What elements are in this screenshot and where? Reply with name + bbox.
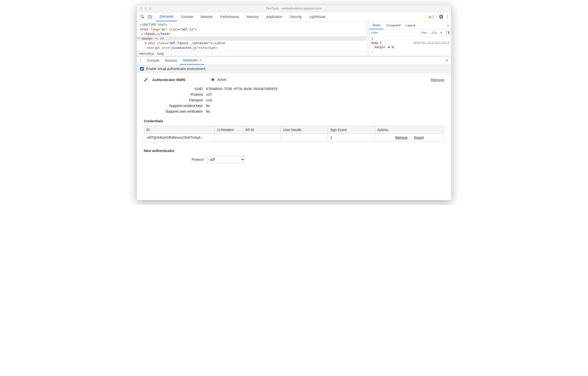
protocol-value: u2f	[206, 93, 212, 96]
svg-rect-2	[150, 16, 152, 18]
close-traffic[interactable]	[139, 7, 142, 10]
drawer-more-icon[interactable]: ⋮	[139, 58, 142, 63]
cred-resident	[215, 134, 243, 142]
drawer-close-icon[interactable]: ×	[445, 58, 449, 63]
dom-doctype: <!DOCTYPE html>	[139, 23, 167, 26]
th-id[interactable]: ID	[144, 126, 215, 134]
enable-virtual-auth-checkbox[interactable]	[140, 67, 144, 71]
uuid-value: 07b4db54-7538-4f78-8a36-9bd387d958f6	[206, 87, 278, 91]
new-style-rule-icon[interactable]: +	[438, 31, 444, 35]
settings-icon[interactable]	[439, 15, 443, 19]
titlebar: DevTools - webauthndemo.appspot.com/	[137, 5, 451, 12]
cred-rpid	[243, 134, 281, 142]
main-toolbar: Elements Console Network Performance Mem…	[137, 12, 451, 21]
cred-signcount: 2	[328, 134, 375, 142]
minimize-traffic[interactable]	[144, 7, 147, 10]
main-tabs: Elements Console Network Performance Mem…	[156, 12, 329, 21]
cred-export-link[interactable]: Export	[414, 136, 424, 139]
th-userhandle[interactable]: User Handle	[281, 126, 328, 134]
styles-tab-layout[interactable]: Layout	[403, 21, 418, 29]
rule-source[interactable]: material.te…k.min.css:8	[414, 41, 449, 45]
separator	[436, 15, 437, 19]
dom-selected-body[interactable]: <body> == $0	[137, 36, 366, 41]
crumb-html[interactable]: html.mdl-js	[139, 52, 154, 55]
cred-remove-link[interactable]: Remove	[395, 136, 408, 139]
tab-application[interactable]: Application	[262, 12, 286, 21]
styles-body[interactable]: } material.te…k.min.css:8body { margin: …	[369, 36, 451, 54]
tab-console[interactable]: Console	[177, 12, 197, 21]
transport-value: usb	[206, 98, 212, 102]
new-authenticator-title: New authenticator	[144, 149, 444, 153]
tab-elements[interactable]: Elements	[156, 12, 177, 21]
credentials-title: Credentials	[144, 119, 444, 123]
hov-toggle[interactable]: :hov	[419, 30, 429, 35]
styles-tab-computed[interactable]: Computed	[383, 21, 403, 29]
edit-icon[interactable]	[144, 77, 148, 82]
drawer-tabs: ⋮ Console Sources WebAuthn× ×	[137, 56, 451, 65]
scrollbar-track[interactable]	[366, 21, 369, 56]
zoom-traffic[interactable]	[149, 7, 152, 10]
dom-tree[interactable]: <!DOCTYPE html> <html lang="en" class="m…	[137, 21, 366, 51]
new-protocol-label: Protocol	[144, 158, 204, 161]
inspect-icon[interactable]	[140, 14, 145, 19]
tab-network[interactable]: Network	[197, 12, 216, 21]
th-actions[interactable]: Actions	[375, 126, 444, 134]
active-radio[interactable]	[211, 77, 215, 82]
tab-security[interactable]: Security	[286, 12, 306, 21]
webauthn-content: Authenticator 958f6 Active Remove UUID07…	[137, 73, 451, 165]
styles-tab-styles[interactable]: Styles	[369, 21, 383, 29]
th-signcount[interactable]: Sign Count	[328, 126, 375, 134]
resident-keys-value: No	[206, 104, 210, 108]
user-verification-value: No	[206, 110, 210, 113]
enable-bar: Enable virtual authenticator environment	[137, 65, 451, 73]
cred-userhandle	[281, 134, 328, 142]
drawer-tab-webauthn[interactable]: WebAuthn×	[180, 57, 204, 64]
device-toggle-icon[interactable]	[148, 14, 152, 19]
window-title: DevTools - webauthndemo.appspot.com/	[266, 7, 322, 10]
tab-lighthouse[interactable]: Lighthouse	[306, 12, 329, 21]
more-icon[interactable]: ⋮	[446, 14, 449, 19]
credentials-table: ID Is Resident RP ID User Handle Sign Co…	[144, 126, 444, 142]
cred-id: +bfTQHHRzKOfhilMnvIvClkWTm5p9…	[144, 134, 215, 142]
th-rpid[interactable]: RP ID	[243, 126, 281, 134]
tab-memory[interactable]: Memory	[243, 12, 262, 21]
styles-panel: Styles Computed Layout » :hov .cls + } m…	[369, 21, 451, 56]
active-label: Active	[217, 78, 226, 82]
table-row: +bfTQHHRzKOfhilMnvIvClkWTm5p9… 2 Remove …	[144, 134, 444, 142]
authenticator-details: UUID07b4db54-7538-4f78-8a36-9bd387d958f6…	[151, 86, 444, 114]
crumb-body[interactable]: body	[157, 52, 164, 55]
toggle-sidebar-icon[interactable]	[446, 31, 449, 34]
styles-filter-input[interactable]	[369, 30, 419, 36]
enable-label: Enable virtual authenticator environment	[146, 67, 205, 71]
drawer-tab-sources[interactable]: Sources	[162, 57, 180, 64]
close-tab-icon[interactable]: ×	[199, 58, 201, 62]
window-controls[interactable]	[137, 7, 152, 10]
warning-count: 3	[432, 15, 434, 18]
authenticator-title: Authenticator 958f6	[152, 78, 185, 82]
new-protocol-select[interactable]: u2f	[207, 156, 245, 163]
drawer-tab-console[interactable]: Console	[144, 57, 162, 64]
styles-tabs-more-icon[interactable]: »	[445, 23, 451, 27]
breadcrumb: html.mdl-js body	[137, 51, 366, 56]
elements-panel: <!DOCTYPE html> <html lang="en" class="m…	[137, 21, 366, 56]
tab-performance[interactable]: Performance	[216, 12, 243, 21]
warnings-badge[interactable]: 3	[428, 15, 434, 18]
th-resident[interactable]: Is Resident	[215, 126, 243, 134]
remove-authenticator-link[interactable]: Remove	[431, 78, 444, 82]
cls-toggle[interactable]: .cls	[429, 30, 438, 35]
